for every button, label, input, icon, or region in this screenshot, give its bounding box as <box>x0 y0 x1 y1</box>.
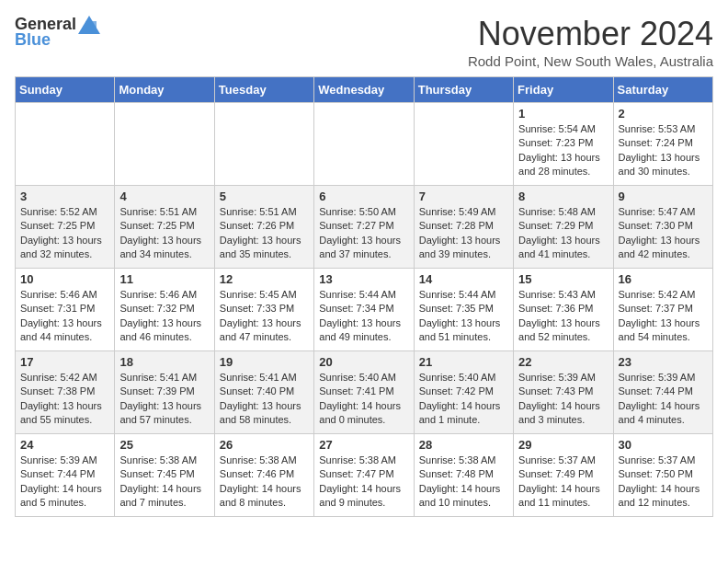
day-content: Sunrise: 5:38 AMSunset: 7:45 PMDaylight:… <box>119 454 209 511</box>
day-content: Sunrise: 5:37 AMSunset: 7:49 PMDaylight:… <box>518 454 608 511</box>
day-number: 11 <box>119 272 209 286</box>
calendar-cell: 22Sunrise: 5:39 AMSunset: 7:43 PMDayligh… <box>514 351 613 434</box>
day-content: Sunrise: 5:42 AMSunset: 7:37 PMDaylight:… <box>619 288 708 345</box>
calendar-week-row: 10Sunrise: 5:46 AMSunset: 7:31 PMDayligh… <box>16 269 713 351</box>
calendar-cell <box>16 103 115 186</box>
day-number: 27 <box>319 438 408 452</box>
day-number: 10 <box>20 272 109 286</box>
calendar-cell: 1Sunrise: 5:54 AMSunset: 7:23 PMDaylight… <box>514 103 613 186</box>
calendar-cell <box>115 103 214 186</box>
calendar-cell: 7Sunrise: 5:49 AMSunset: 7:28 PMDaylight… <box>414 186 513 269</box>
day-content: Sunrise: 5:46 AMSunset: 7:31 PMDaylight:… <box>20 288 109 345</box>
calendar-cell: 13Sunrise: 5:44 AMSunset: 7:34 PMDayligh… <box>314 269 414 351</box>
calendar-cell: 20Sunrise: 5:40 AMSunset: 7:41 PMDayligh… <box>314 351 414 434</box>
month-title: November 2024 <box>468 15 713 53</box>
calendar-cell: 3Sunrise: 5:52 AMSunset: 7:25 PMDaylight… <box>16 186 115 269</box>
day-content: Sunrise: 5:44 AMSunset: 7:34 PMDaylight:… <box>319 288 408 345</box>
day-number: 14 <box>419 272 508 286</box>
day-content: Sunrise: 5:39 AMSunset: 7:44 PMDaylight:… <box>20 454 109 511</box>
calendar-week-row: 1Sunrise: 5:54 AMSunset: 7:23 PMDaylight… <box>16 103 713 186</box>
page-header: General Blue November 2024 Rodd Point, N… <box>15 15 713 69</box>
day-content: Sunrise: 5:53 AMSunset: 7:24 PMDaylight:… <box>619 122 708 179</box>
calendar-cell: 23Sunrise: 5:39 AMSunset: 7:44 PMDayligh… <box>613 351 712 434</box>
day-content: Sunrise: 5:47 AMSunset: 7:30 PMDaylight:… <box>619 205 708 262</box>
day-number: 1 <box>518 107 608 121</box>
calendar-header-row: SundayMondayTuesdayWednesdayThursdayFrid… <box>16 77 713 103</box>
day-content: Sunrise: 5:40 AMSunset: 7:41 PMDaylight:… <box>319 371 408 428</box>
day-content: Sunrise: 5:38 AMSunset: 7:46 PMDaylight:… <box>220 454 309 511</box>
day-content: Sunrise: 5:54 AMSunset: 7:23 PMDaylight:… <box>518 122 608 179</box>
day-number: 23 <box>619 355 708 369</box>
day-number: 28 <box>419 438 508 452</box>
calendar-cell: 29Sunrise: 5:37 AMSunset: 7:49 PMDayligh… <box>514 434 613 517</box>
day-content: Sunrise: 5:37 AMSunset: 7:50 PMDaylight:… <box>619 454 708 511</box>
calendar-cell: 9Sunrise: 5:47 AMSunset: 7:30 PMDaylight… <box>613 186 712 269</box>
calendar-cell: 12Sunrise: 5:45 AMSunset: 7:33 PMDayligh… <box>214 269 313 351</box>
weekday-header-sunday: Sunday <box>16 77 115 103</box>
calendar-cell: 25Sunrise: 5:38 AMSunset: 7:45 PMDayligh… <box>115 434 214 517</box>
weekday-header-monday: Monday <box>115 77 214 103</box>
day-number: 20 <box>319 355 408 369</box>
calendar-cell: 14Sunrise: 5:44 AMSunset: 7:35 PMDayligh… <box>414 269 513 351</box>
day-number: 25 <box>119 438 209 452</box>
title-area: November 2024 Rodd Point, New South Wale… <box>468 15 713 69</box>
weekday-header-friday: Friday <box>514 77 613 103</box>
calendar-table: SundayMondayTuesdayWednesdayThursdayFrid… <box>15 76 713 517</box>
calendar-cell: 17Sunrise: 5:42 AMSunset: 7:38 PMDayligh… <box>16 351 115 434</box>
weekday-header-wednesday: Wednesday <box>314 77 414 103</box>
calendar-cell <box>414 103 513 186</box>
calendar-week-row: 3Sunrise: 5:52 AMSunset: 7:25 PMDaylight… <box>16 186 713 269</box>
day-content: Sunrise: 5:44 AMSunset: 7:35 PMDaylight:… <box>419 288 508 345</box>
day-number: 12 <box>220 272 309 286</box>
calendar-cell: 18Sunrise: 5:41 AMSunset: 7:39 PMDayligh… <box>115 351 214 434</box>
day-content: Sunrise: 5:41 AMSunset: 7:40 PMDaylight:… <box>220 371 309 428</box>
day-content: Sunrise: 5:50 AMSunset: 7:27 PMDaylight:… <box>319 205 408 262</box>
day-content: Sunrise: 5:38 AMSunset: 7:47 PMDaylight:… <box>319 454 408 511</box>
calendar-cell: 21Sunrise: 5:40 AMSunset: 7:42 PMDayligh… <box>414 351 513 434</box>
calendar-cell: 24Sunrise: 5:39 AMSunset: 7:44 PMDayligh… <box>16 434 115 517</box>
calendar-cell: 5Sunrise: 5:51 AMSunset: 7:26 PMDaylight… <box>214 186 313 269</box>
svg-marker-1 <box>85 21 97 34</box>
calendar-cell: 10Sunrise: 5:46 AMSunset: 7:31 PMDayligh… <box>16 269 115 351</box>
calendar-cell <box>314 103 414 186</box>
calendar-cell: 2Sunrise: 5:53 AMSunset: 7:24 PMDaylight… <box>613 103 712 186</box>
weekday-header-tuesday: Tuesday <box>214 77 313 103</box>
day-number: 17 <box>20 355 109 369</box>
day-content: Sunrise: 5:38 AMSunset: 7:48 PMDaylight:… <box>419 454 508 511</box>
day-number: 15 <box>518 272 608 286</box>
day-content: Sunrise: 5:43 AMSunset: 7:36 PMDaylight:… <box>518 288 608 345</box>
day-number: 26 <box>220 438 309 452</box>
day-content: Sunrise: 5:46 AMSunset: 7:32 PMDaylight:… <box>119 288 209 345</box>
day-content: Sunrise: 5:49 AMSunset: 7:28 PMDaylight:… <box>419 205 508 262</box>
logo-blue-text: Blue <box>15 30 51 50</box>
day-content: Sunrise: 5:41 AMSunset: 7:39 PMDaylight:… <box>119 371 209 428</box>
day-number: 8 <box>518 190 608 203</box>
logo: General Blue <box>15 15 100 50</box>
calendar-cell: 4Sunrise: 5:51 AMSunset: 7:25 PMDaylight… <box>115 186 214 269</box>
day-number: 24 <box>20 438 109 452</box>
day-number: 30 <box>619 438 708 452</box>
day-number: 22 <box>518 355 608 369</box>
calendar-cell: 11Sunrise: 5:46 AMSunset: 7:32 PMDayligh… <box>115 269 214 351</box>
calendar-cell: 8Sunrise: 5:48 AMSunset: 7:29 PMDaylight… <box>514 186 613 269</box>
calendar-cell: 6Sunrise: 5:50 AMSunset: 7:27 PMDaylight… <box>314 186 414 269</box>
logo-icon <box>78 16 100 34</box>
calendar-week-row: 17Sunrise: 5:42 AMSunset: 7:38 PMDayligh… <box>16 351 713 434</box>
calendar-cell: 19Sunrise: 5:41 AMSunset: 7:40 PMDayligh… <box>214 351 313 434</box>
weekday-header-saturday: Saturday <box>613 77 712 103</box>
day-content: Sunrise: 5:45 AMSunset: 7:33 PMDaylight:… <box>220 288 309 345</box>
day-number: 4 <box>119 190 209 203</box>
day-content: Sunrise: 5:52 AMSunset: 7:25 PMDaylight:… <box>20 205 109 262</box>
day-content: Sunrise: 5:51 AMSunset: 7:26 PMDaylight:… <box>220 205 309 262</box>
location-text: Rodd Point, New South Wales, Australia <box>468 53 713 69</box>
day-number: 5 <box>220 190 309 203</box>
day-number: 6 <box>319 190 408 203</box>
day-number: 16 <box>619 272 708 286</box>
day-content: Sunrise: 5:40 AMSunset: 7:42 PMDaylight:… <box>419 371 508 428</box>
day-number: 19 <box>220 355 309 369</box>
day-content: Sunrise: 5:51 AMSunset: 7:25 PMDaylight:… <box>119 205 209 262</box>
day-number: 13 <box>319 272 408 286</box>
day-number: 3 <box>20 190 109 203</box>
day-number: 7 <box>419 190 508 203</box>
calendar-cell: 30Sunrise: 5:37 AMSunset: 7:50 PMDayligh… <box>613 434 712 517</box>
